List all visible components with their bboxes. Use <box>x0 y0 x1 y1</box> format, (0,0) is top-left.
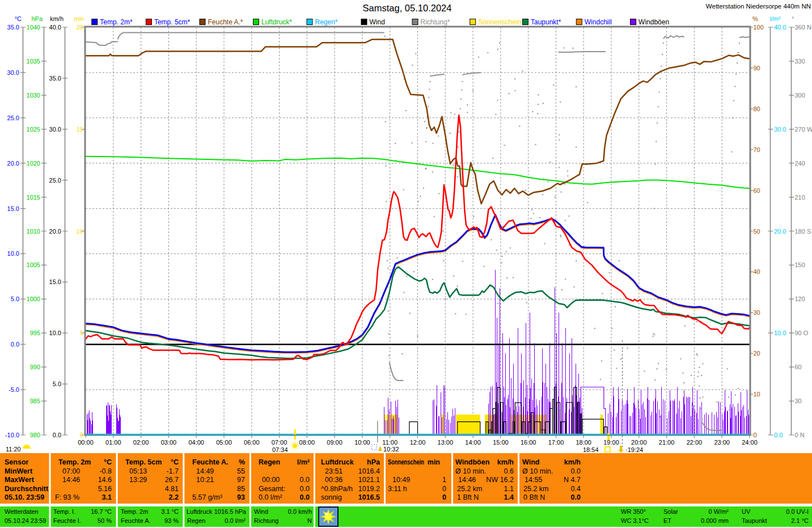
svg-text:Richtung: Richtung <box>254 517 278 524</box>
svg-text:50 %: 50 % <box>98 517 112 524</box>
svg-text:1016.5 hPa: 1016.5 hPa <box>214 508 247 515</box>
svg-text:-1.7: -1.7 <box>166 467 179 475</box>
svg-text:Temp. 2m*: Temp. 2m* <box>100 18 133 26</box>
svg-text:15: 15 <box>77 126 83 133</box>
svg-text:14:46: 14:46 <box>458 476 476 484</box>
svg-text:16.7 °C: 16.7 °C <box>91 508 112 515</box>
svg-text:ET: ET <box>663 517 671 524</box>
svg-text:13:29: 13:29 <box>129 476 147 484</box>
svg-text:360 N: 360 N <box>795 24 811 31</box>
svg-text:20: 20 <box>754 350 760 357</box>
svg-text:MinWert: MinWert <box>5 467 33 475</box>
svg-text:990: 990 <box>30 364 40 370</box>
svg-text:210: 210 <box>795 194 805 201</box>
svg-text:Feuchte A.: Feuchte A. <box>121 517 151 524</box>
svg-text:N 4.7: N 4.7 <box>564 476 581 484</box>
svg-text:15.0: 15.0 <box>7 205 19 212</box>
svg-text:07:00: 07:00 <box>272 439 287 446</box>
svg-text:85: 85 <box>237 485 245 493</box>
svg-text:0.4: 0.4 <box>571 485 581 493</box>
svg-text:Durchschnitt: Durchschnitt <box>5 485 49 493</box>
svg-text:93 %: 93 % <box>164 517 179 524</box>
svg-text:UV: UV <box>742 508 751 515</box>
svg-text:5: 5 <box>80 330 83 336</box>
svg-text:0: 0 <box>442 493 446 501</box>
svg-text:km/h: km/h <box>50 15 64 22</box>
svg-text:0: 0 <box>754 432 757 438</box>
svg-text:0.6: 0.6 <box>504 467 514 475</box>
svg-text:Windchill: Windchill <box>585 18 612 26</box>
svg-text:0.000 mm: 0.000 mm <box>701 517 729 524</box>
svg-text:18:00: 18:00 <box>576 439 591 446</box>
svg-text:1 Bft N: 1 Bft N <box>457 493 479 501</box>
svg-text:Taupunkt: Taupunkt <box>742 517 767 524</box>
svg-text:Sensor: Sensor <box>5 458 29 466</box>
svg-text:60: 60 <box>754 187 760 194</box>
svg-text:Regen: Regen <box>187 517 205 524</box>
svg-text:55: 55 <box>237 467 245 475</box>
svg-text:Richtung*: Richtung* <box>421 18 450 26</box>
svg-text:05.10. 23:59: 05.10. 23:59 <box>5 493 44 501</box>
svg-text:MaxWert: MaxWert <box>5 476 35 484</box>
svg-text:0.0: 0.0 <box>571 467 581 475</box>
svg-text:1.4: 1.4 <box>504 493 514 501</box>
svg-text:30: 30 <box>795 398 802 404</box>
svg-text:14:00: 14:00 <box>465 439 481 446</box>
svg-text:985: 985 <box>30 398 40 404</box>
svg-text:Sonnenschein: Sonnenschein <box>388 458 424 466</box>
svg-text:70: 70 <box>754 146 760 153</box>
svg-text:^0.8hPa/h: ^0.8hPa/h <box>321 485 353 493</box>
svg-text:15.0: 15.0 <box>49 278 61 285</box>
svg-text:10:00: 10:00 <box>354 439 370 446</box>
svg-text:l/m²: l/m² <box>297 458 310 466</box>
svg-text:25.2 km: 25.2 km <box>457 485 482 493</box>
svg-text:11:00: 11:00 <box>382 439 397 446</box>
svg-text:0.0: 0.0 <box>300 493 310 501</box>
svg-text:20.0: 20.0 <box>7 160 19 167</box>
svg-text:l/m²: l/m² <box>770 15 781 22</box>
svg-text:30.0: 30.0 <box>7 69 19 76</box>
svg-text:1035: 1035 <box>27 58 40 65</box>
svg-text:Ø 10 min.: Ø 10 min. <box>522 467 553 475</box>
svg-text:Feuchte A.: Feuchte A. <box>192 458 228 466</box>
svg-text:5.16: 5.16 <box>98 485 112 493</box>
svg-text:24:00: 24:00 <box>742 439 758 446</box>
svg-text:26.7: 26.7 <box>165 476 179 484</box>
svg-text:22:00: 22:00 <box>687 439 703 446</box>
svg-text:°C: °C <box>171 458 179 466</box>
svg-text:min: min <box>428 458 440 466</box>
svg-text:3.1 °C: 3.1 °C <box>161 508 179 515</box>
svg-text:5.57 g/m³: 5.57 g/m³ <box>192 493 222 501</box>
svg-text:300: 300 <box>795 92 805 99</box>
svg-text:19:00: 19:00 <box>603 439 619 446</box>
svg-text:21:00: 21:00 <box>659 439 675 446</box>
svg-text:0.0: 0.0 <box>571 493 581 501</box>
svg-text:0.0: 0.0 <box>53 432 61 438</box>
svg-text:25.0: 25.0 <box>7 115 19 121</box>
svg-text:Temp. 2m: Temp. 2m <box>58 458 91 466</box>
svg-text:25.0: 25.0 <box>49 177 61 184</box>
svg-text:100: 100 <box>754 24 764 31</box>
svg-text:40.0: 40.0 <box>774 24 786 31</box>
svg-text:00:00: 00:00 <box>262 476 280 484</box>
svg-text:14:46: 14:46 <box>62 476 80 484</box>
svg-text:1.1: 1.1 <box>504 485 514 493</box>
svg-text:14.6: 14.6 <box>98 476 112 484</box>
svg-text:1005: 1005 <box>27 261 40 268</box>
svg-text:Taupunkt*: Taupunkt* <box>531 18 561 26</box>
svg-text:14:49: 14:49 <box>196 467 214 475</box>
svg-text:20:00: 20:00 <box>631 439 647 446</box>
svg-text:0: 0 <box>80 432 83 438</box>
svg-text:Temp. 5cm*: Temp. 5cm* <box>154 18 191 26</box>
svg-text:hPa: hPa <box>367 458 380 466</box>
svg-text:1010: 1010 <box>27 228 40 235</box>
svg-text:Luftdruck*: Luftdruck* <box>261 18 292 26</box>
svg-text:2.1 °C: 2.1 °C <box>791 517 809 524</box>
svg-text:1016.4: 1016.4 <box>358 467 380 475</box>
svg-text:30.0: 30.0 <box>774 126 786 133</box>
svg-text:km/h: km/h <box>564 458 581 466</box>
svg-text:20: 20 <box>77 24 83 31</box>
svg-text:-0.8: -0.8 <box>99 467 112 475</box>
svg-text:120: 120 <box>795 295 805 302</box>
svg-text:07:34: 07:34 <box>272 446 288 453</box>
